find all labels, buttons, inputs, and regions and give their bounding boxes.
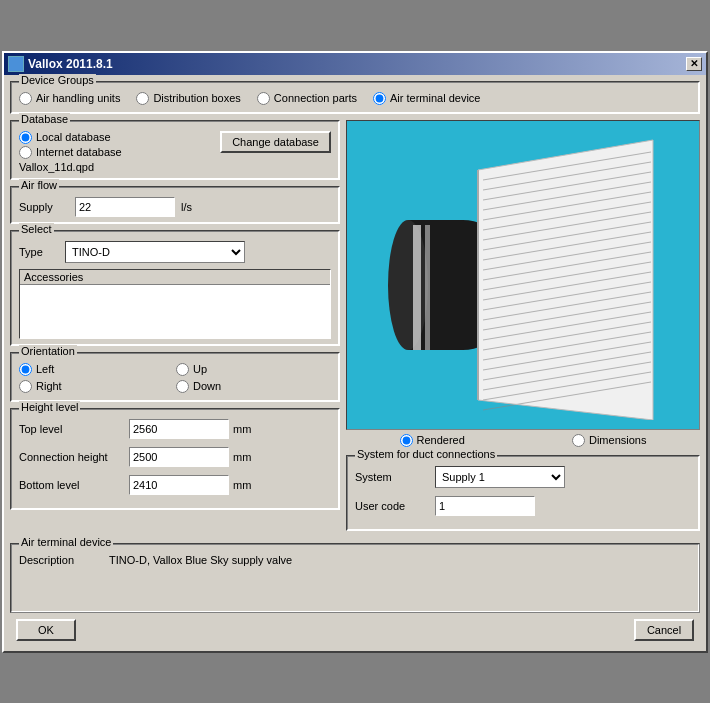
svg-point-2 (388, 220, 428, 350)
title-bar-left: Vallox 2011.8.1 (8, 56, 113, 72)
svg-rect-4 (425, 225, 430, 350)
bottom-level-label: Bottom level (19, 479, 129, 491)
select-box: Select Type TINO-D TINO-R TINO-S (10, 230, 340, 346)
type-select[interactable]: TINO-D TINO-R TINO-S (65, 241, 245, 263)
radio-down-input[interactable] (176, 380, 189, 393)
user-code-label: User code (355, 500, 435, 512)
radio-distribution: Distribution boxes (136, 92, 240, 105)
description-row: Description TINO-D, Vallox Blue Sky supp… (19, 554, 691, 566)
product-image-area (346, 120, 700, 430)
radio-left-input[interactable] (19, 363, 32, 376)
database-content: Local database Internet database Vallox_… (19, 131, 331, 173)
database-label: Database (19, 113, 70, 125)
top-level-input[interactable]: 2560 (129, 419, 229, 439)
supply-input[interactable]: 22 (75, 197, 175, 217)
device-groups-label: Device Groups (19, 74, 96, 86)
radio-down-label: Down (193, 380, 221, 392)
airflow-row: Supply 22 l/s (19, 197, 331, 217)
select-content: Type TINO-D TINO-R TINO-S Accessories (19, 241, 331, 339)
radio-air-terminal-input[interactable] (373, 92, 386, 105)
ok-button[interactable]: OK (16, 619, 76, 641)
radio-air-handling: Air handling units (19, 92, 120, 105)
duct-connections-content: System Supply 1 Supply 2 Extract 1 User … (355, 466, 691, 516)
radio-right-input[interactable] (19, 380, 32, 393)
accessories-header: Accessories (20, 270, 330, 285)
air-terminal-box-label: Air terminal device (19, 536, 113, 548)
connection-height-row: Connection height 2500 mm (19, 447, 331, 467)
device-groups-content: Air handling units Distribution boxes Co… (19, 92, 691, 107)
main-layout: Database Local database Internet dat (10, 120, 700, 537)
database-box: Database Local database Internet dat (10, 120, 340, 180)
database-left: Local database Internet database Vallox_… (19, 131, 220, 173)
user-code-input[interactable]: 1 (435, 496, 535, 516)
top-level-row: Top level 2560 mm (19, 419, 331, 439)
bottom-level-input[interactable]: 2410 (129, 475, 229, 495)
change-database-button[interactable]: Change database (220, 131, 331, 153)
supply-unit: l/s (181, 201, 192, 213)
main-window: Vallox 2011.8.1 ✕ Device Groups Air hand… (2, 51, 708, 653)
cancel-button[interactable]: Cancel (634, 619, 694, 641)
air-terminal-box: Air terminal device Description TINO-D, … (10, 543, 700, 613)
description-label: Description (19, 554, 109, 566)
right-panel: Rendered Dimensions System for duct conn… (346, 120, 700, 537)
footer-row: OK Cancel (10, 613, 700, 645)
radio-internet-db-input[interactable] (19, 146, 32, 159)
bottom-level-row: Bottom level 2410 mm (19, 475, 331, 495)
radio-connection-input[interactable] (257, 92, 270, 105)
top-level-unit: mm (233, 423, 251, 435)
database-row: Local database Internet database Vallox_… (19, 131, 331, 173)
device-groups-box: Device Groups Air handling units Distrib… (10, 81, 700, 114)
app-icon (8, 56, 24, 72)
radio-rendered: Rendered (400, 434, 465, 447)
radio-connection: Connection parts (257, 92, 357, 105)
radio-internet-db-label: Internet database (36, 146, 122, 158)
connection-height-input[interactable]: 2500 (129, 447, 229, 467)
radio-air-terminal: Air terminal device (373, 92, 480, 105)
orientation-box: Orientation Left Up (10, 352, 340, 402)
height-level-label: Height level (19, 401, 80, 413)
radio-rendered-label: Rendered (417, 434, 465, 446)
description-value: TINO-D, Vallox Blue Sky supply valve (109, 554, 292, 566)
left-panel: Database Local database Internet dat (10, 120, 340, 537)
radio-local-db-label: Local database (36, 131, 111, 143)
content-area: Device Groups Air handling units Distrib… (4, 75, 706, 651)
radio-down: Down (176, 380, 331, 393)
svg-rect-3 (413, 225, 421, 350)
airflow-box: Air flow Supply 22 l/s (10, 186, 340, 224)
accessories-box: Accessories (19, 269, 331, 339)
radio-air-handling-input[interactable] (19, 92, 32, 105)
radio-dimensions-input[interactable] (572, 434, 585, 447)
type-row: Type TINO-D TINO-R TINO-S (19, 241, 331, 263)
airflow-label: Air flow (19, 179, 59, 191)
orientation-label: Orientation (19, 345, 77, 357)
supply-label: Supply (19, 201, 69, 213)
radio-rendered-input[interactable] (400, 434, 413, 447)
product-svg (383, 130, 663, 420)
radio-dimensions-label: Dimensions (589, 434, 646, 446)
orientation-radios: Left Up Right (19, 363, 331, 395)
radio-up: Up (176, 363, 331, 376)
height-level-box: Height level Top level 2560 mm Connectio… (10, 408, 340, 510)
accessories-list (20, 285, 330, 335)
radio-distribution-label: Distribution boxes (153, 92, 240, 104)
radio-local-db-input[interactable] (19, 131, 32, 144)
window-title: Vallox 2011.8.1 (28, 57, 113, 71)
radio-distribution-input[interactable] (136, 92, 149, 105)
type-label: Type (19, 246, 59, 258)
radio-right: Right (19, 380, 174, 393)
connection-height-unit: mm (233, 451, 251, 463)
duct-connections-label: System for duct connections (355, 448, 497, 460)
svg-marker-5 (478, 140, 653, 420)
view-mode-row: Rendered Dimensions (346, 434, 700, 449)
orientation-content: Left Up Right (19, 363, 331, 395)
close-button[interactable]: ✕ (686, 57, 702, 71)
bottom-level-unit: mm (233, 479, 251, 491)
top-level-label: Top level (19, 423, 129, 435)
airflow-content: Supply 22 l/s (19, 197, 331, 217)
user-code-row: User code 1 (355, 496, 691, 516)
system-select[interactable]: Supply 1 Supply 2 Extract 1 (435, 466, 565, 488)
radio-up-input[interactable] (176, 363, 189, 376)
system-label: System (355, 471, 435, 483)
radio-local-db: Local database (19, 131, 220, 144)
radio-air-handling-label: Air handling units (36, 92, 120, 104)
